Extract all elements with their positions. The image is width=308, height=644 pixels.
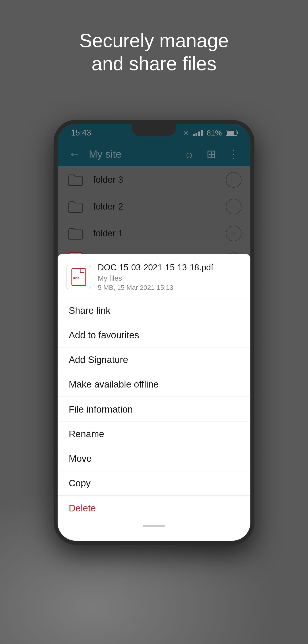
- menu-item-rename[interactable]: Rename: [58, 422, 250, 446]
- menu-item-copy[interactable]: Copy: [58, 471, 250, 496]
- menu-item-make-available-offline[interactable]: Make available offline: [58, 372, 250, 397]
- sheet-file-path: My files: [98, 274, 242, 282]
- phone-mockup: 15:43 ✕ 81%: [54, 120, 254, 545]
- sheet-handle: [143, 525, 165, 527]
- menu-item-add-to-favourites[interactable]: Add to favourites: [58, 323, 250, 348]
- phone-notch: [132, 124, 176, 136]
- svg-text:PDF: PDF: [73, 276, 79, 280]
- bottom-sheet: PDF DOC 15-03-2021-15-13-18.pdf My files…: [58, 254, 250, 541]
- sheet-file-meta: 5 MB, 15 Mar 2021 15:13: [98, 284, 242, 291]
- menu-item-add-signature[interactable]: Add Signature: [58, 348, 250, 372]
- sheet-file-info: DOC 15-03-2021-15-13-18.pdf My files 5 M…: [98, 263, 242, 291]
- menu-item-file-information[interactable]: File information: [58, 397, 250, 422]
- sheet-header: PDF DOC 15-03-2021-15-13-18.pdf My files…: [58, 254, 250, 298]
- hero-title: Securely manage and share files: [62, 29, 246, 75]
- menu-item-move[interactable]: Move: [58, 446, 250, 471]
- menu-item-share-link[interactable]: Share link: [58, 298, 250, 323]
- sheet-file-name: DOC 15-03-2021-15-13-18.pdf: [98, 263, 242, 272]
- sheet-pdf-icon: PDF: [66, 265, 91, 289]
- menu-item-delete[interactable]: Delete: [58, 496, 250, 520]
